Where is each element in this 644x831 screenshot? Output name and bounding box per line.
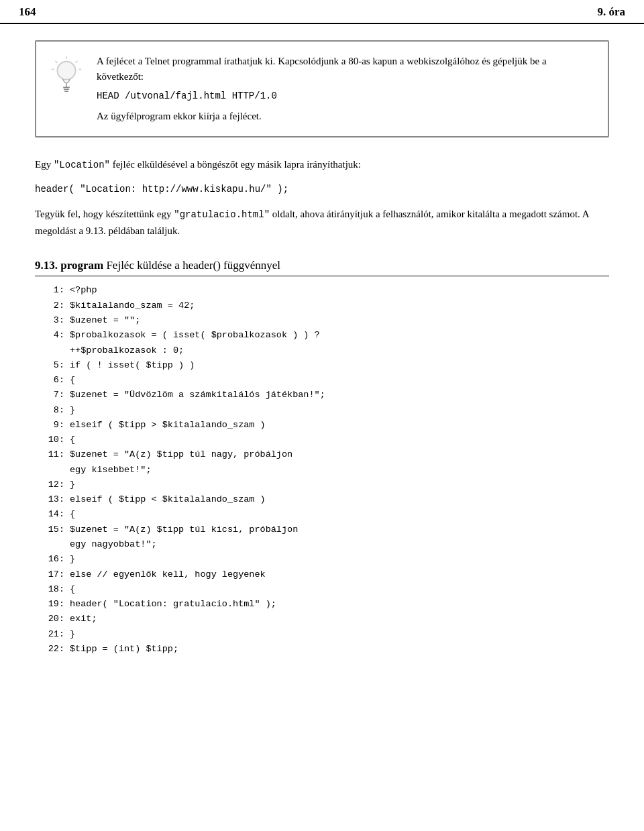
line-number: 17: — [35, 567, 70, 582]
line-code: if ( ! isset( $tipp ) ) — [70, 358, 609, 373]
line-number: 4: — [35, 328, 70, 343]
tip-box: A fejlécet a Telnet programmal írathatju… — [35, 40, 609, 137]
code-line: 2:$kitalalando_szam = 42; — [35, 298, 609, 313]
line-code: elseif ( $tipp < $kitalalando_szam ) — [70, 492, 609, 507]
code-listing: 1:<?php2:$kitalalando_szam = 42;3:$uzene… — [35, 283, 609, 657]
inline-code-location: "Location" — [54, 160, 110, 170]
line-code: $tipp = (int) $tipp; — [70, 642, 609, 657]
line-code: header( "Location: gratulacio.html" ); — [70, 597, 609, 612]
line-number: 9: — [35, 418, 70, 433]
line-code: { — [70, 582, 609, 597]
code-line: 10: { — [35, 433, 609, 447]
line-code: } — [70, 478, 609, 492]
line-code: egy kisebbet!"; — [70, 463, 609, 478]
line-code: { — [70, 433, 609, 447]
svg-line-5 — [56, 61, 58, 63]
line-number: 3: — [35, 313, 70, 328]
line-number: 14: — [35, 507, 70, 522]
section-title: Fejléc küldése a header() függvénnyel — [106, 259, 280, 272]
line-code: egy nagyobbat!"; — [70, 537, 609, 552]
line-code: } — [70, 403, 609, 418]
line-number: 5: — [35, 358, 70, 373]
line-code: } — [70, 627, 609, 642]
line-code: $kitalalando_szam = 42; — [70, 298, 609, 313]
line-number: 13: — [35, 492, 70, 507]
code-line: ++$probalkozasok : 0; — [35, 343, 609, 358]
tip-para-2: HEAD /utvonal/fajl.html HTTP/1.0 — [97, 89, 593, 103]
line-number: 20: — [35, 612, 70, 626]
line-number: 12: — [35, 478, 70, 492]
line-number: 7: — [35, 388, 70, 402]
line-number — [35, 463, 70, 478]
chapter-title: 9. óra — [597, 5, 625, 19]
code-line: 12: } — [35, 478, 609, 492]
svg-line-7 — [76, 61, 78, 63]
line-number: 1: — [35, 283, 70, 298]
line-number: 18: — [35, 582, 70, 597]
code-line: 9:elseif ( $tipp > $kitalalando_szam ) — [35, 418, 609, 433]
page-header: 164 9. óra — [0, 0, 644, 24]
code-line: 16: } — [35, 552, 609, 567]
line-number — [35, 343, 70, 358]
code-line: 11: $uzenet = "A(z) $tipp túl nagy, prób… — [35, 447, 609, 462]
line-code: $uzenet = "A(z) $tipp túl nagy, próbáljo… — [70, 447, 609, 462]
code-line: 14: { — [35, 507, 609, 522]
section-heading: 9.13. program Fejléc küldése a header() … — [35, 258, 609, 277]
line-code: $uzenet = ""; — [70, 313, 609, 328]
line-code: } — [70, 552, 609, 567]
line-number: 19: — [35, 597, 70, 612]
code-line: 17:else // egyenlők kell, hogy legyenek — [35, 567, 609, 582]
line-number: 6: — [35, 373, 70, 388]
line-number: 22: — [35, 642, 70, 657]
line-number: 10: — [35, 433, 70, 447]
line-number: 16: — [35, 552, 70, 567]
code-line: 8: } — [35, 403, 609, 418]
code-line: 7: $uzenet = "Üdvözlöm a számkitalálós j… — [35, 388, 609, 402]
code-line: 3:$uzenet = ""; — [35, 313, 609, 328]
body-para-1: Egy "Location" fejléc elküldésével a bön… — [35, 156, 609, 172]
line-code: else // egyenlők kell, hogy legyenek — [70, 567, 609, 582]
line-code: { — [70, 507, 609, 522]
code-line: egy kisebbet!"; — [35, 463, 609, 478]
line-code: ++$probalkozasok : 0; — [70, 343, 609, 358]
tip-para-3: Az ügyfélprogram ekkor kiírja a fejlécet… — [97, 109, 593, 124]
code-line: egy nagyobbat!"; — [35, 537, 609, 552]
line-number: 15: — [35, 522, 70, 537]
line-number: 11: — [35, 447, 70, 462]
line-number — [35, 537, 70, 552]
inline-code-gratulacio: "gratulacio.html" — [174, 209, 270, 220]
svg-point-0 — [57, 62, 75, 80]
line-code: $uzenet = "Üdvözlöm a számkitalálós játé… — [70, 388, 609, 402]
code-line: 18: { — [35, 582, 609, 597]
page-number: 164 — [19, 5, 36, 19]
line-code: $uzenet = "A(z) $tipp túl kicsi, próbálj… — [70, 522, 609, 537]
line-number: 21: — [35, 627, 70, 642]
line-number: 8: — [35, 403, 70, 418]
code-line: 5:if ( ! isset( $tipp ) ) — [35, 358, 609, 373]
tip-text-content: A fejlécet a Telnet programmal írathatju… — [97, 54, 593, 124]
tip-para-1: A fejlécet a Telnet programmal írathatju… — [97, 54, 593, 84]
code-line: 15: $uzenet = "A(z) $tipp túl kicsi, pró… — [35, 522, 609, 537]
line-code: exit; — [70, 612, 609, 626]
code-line: 1:<?php — [35, 283, 609, 298]
body-para-2: Tegyük fel, hogy készítettünk egy "gratu… — [35, 206, 609, 238]
section-number: 9.13. — [35, 259, 58, 272]
section-label: program — [60, 259, 103, 272]
line-number: 2: — [35, 298, 70, 313]
code-line: 19: header( "Location: gratulacio.html" … — [35, 597, 609, 612]
lightbulb-icon — [48, 54, 85, 97]
line-code: $probalkozasok = ( isset( $probalkozasok… — [70, 328, 609, 343]
code-line: 6: { — [35, 373, 609, 388]
code-line: 4:$probalkozasok = ( isset( $probalkozas… — [35, 328, 609, 343]
code-header-call: header( "Location: http://www.kiskapu.hu… — [35, 182, 609, 197]
code-line: 13:elseif ( $tipp < $kitalalando_szam ) — [35, 492, 609, 507]
main-content: A fejlécet a Telnet programmal írathatju… — [0, 24, 644, 673]
line-code: { — [70, 373, 609, 388]
line-code: <?php — [70, 283, 609, 298]
code-line: 20: exit; — [35, 612, 609, 626]
code-line: 21: } — [35, 627, 609, 642]
code-line: 22:$tipp = (int) $tipp; — [35, 642, 609, 657]
line-code: elseif ( $tipp > $kitalalando_szam ) — [70, 418, 609, 433]
